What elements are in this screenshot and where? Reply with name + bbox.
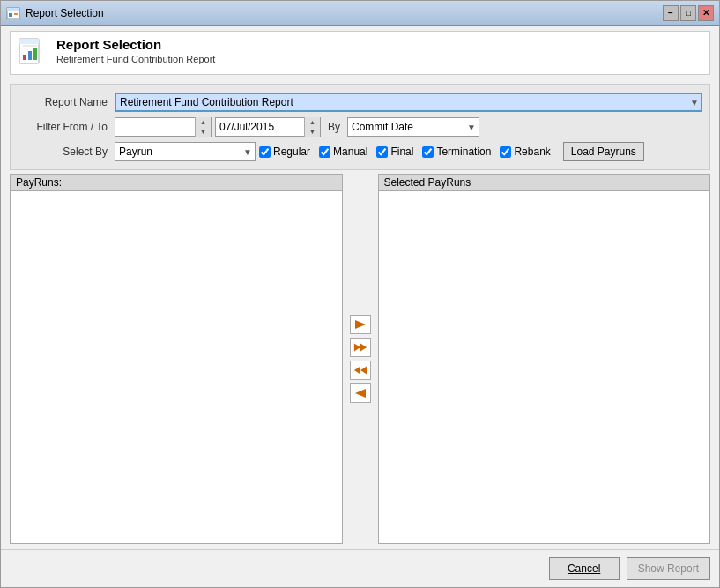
svg-marker-13 bbox=[360, 367, 367, 375]
add-one-button[interactable] bbox=[350, 315, 371, 334]
remove-one-button[interactable] bbox=[350, 383, 371, 403]
selected-payruns-panel: Selected PayRuns bbox=[378, 174, 711, 544]
checkbox-rebank-label: Rebank bbox=[514, 145, 550, 158]
from-date-spin: ▲ ▼ bbox=[195, 117, 211, 137]
arrow-controls bbox=[348, 174, 373, 544]
add-all-icon bbox=[353, 341, 367, 354]
report-name-wrapper: Retirement Fund Contribution Report bbox=[115, 93, 702, 112]
selected-payruns-header: Selected PayRuns bbox=[379, 175, 710, 191]
select-by-control: Payrun Period Regular Manual bbox=[115, 142, 702, 161]
title-bar-buttons: − □ ✕ bbox=[663, 5, 714, 21]
add-one-icon bbox=[353, 318, 367, 331]
payruns-section: PayRuns: bbox=[10, 174, 710, 544]
svg-marker-14 bbox=[353, 367, 360, 375]
from-date-wrapper: ▲ ▼ bbox=[115, 117, 212, 137]
header-text: Report Selection Retirement Fund Contrib… bbox=[56, 37, 215, 64]
to-date-wrapper: ▲ ▼ bbox=[215, 117, 321, 137]
by-select[interactable]: Commit Date Pay Date Period Date bbox=[347, 117, 479, 137]
header-title: Report Selection bbox=[56, 37, 215, 52]
report-name-row: Report Name Retirement Fund Contribution… bbox=[11, 90, 709, 115]
filter-control-area: ▲ ▼ ▲ ▼ By Com bbox=[115, 117, 702, 137]
remove-all-button[interactable] bbox=[350, 361, 371, 380]
to-date-up[interactable]: ▲ bbox=[305, 117, 320, 127]
load-payruns-button[interactable]: Load Payruns bbox=[563, 142, 644, 161]
select-by-select[interactable]: Payrun Period bbox=[115, 142, 256, 161]
from-date-down[interactable]: ▼ bbox=[196, 127, 211, 137]
svg-marker-11 bbox=[353, 344, 360, 352]
svg-marker-15 bbox=[355, 389, 366, 398]
title-bar-left: Report Selection bbox=[6, 6, 104, 20]
header-section: Report Selection Retirement Fund Contrib… bbox=[10, 31, 710, 75]
window-title: Report Selection bbox=[26, 7, 104, 19]
checkbox-termination-item: Termination bbox=[422, 145, 491, 158]
select-by-label: Select By bbox=[18, 145, 115, 158]
svg-rect-3 bbox=[14, 13, 18, 15]
svg-marker-10 bbox=[355, 320, 366, 329]
report-name-label: Report Name bbox=[18, 96, 115, 108]
checkbox-rebank[interactable] bbox=[500, 146, 511, 158]
main-window: Report Selection − □ ✕ Report Selection bbox=[0, 0, 720, 588]
payruns-body[interactable] bbox=[11, 191, 342, 543]
filter-from-to-row: Filter From / To ▲ ▼ ▲ bbox=[11, 115, 709, 139]
checkbox-termination-label: Termination bbox=[436, 145, 491, 158]
header-subtitle: Retirement Fund Contribution Report bbox=[56, 54, 215, 64]
selected-payruns-label: Selected PayRuns bbox=[384, 176, 471, 189]
close-button[interactable]: ✕ bbox=[698, 5, 714, 21]
show-report-button[interactable]: Show Report bbox=[627, 557, 710, 580]
checkbox-regular-label: Regular bbox=[273, 145, 310, 158]
checkbox-rebank-item: Rebank bbox=[500, 145, 550, 158]
payruns-panel: PayRuns: bbox=[10, 174, 343, 544]
filter-from-to-label: Filter From / To bbox=[18, 121, 115, 133]
svg-rect-7 bbox=[28, 51, 32, 60]
checkbox-final-label: Final bbox=[390, 145, 413, 158]
to-date-spin: ▲ ▼ bbox=[304, 117, 320, 137]
remove-one-icon bbox=[353, 387, 367, 399]
cancel-button[interactable]: Cancel bbox=[549, 557, 620, 580]
main-area: Report Selection Retirement Fund Contrib… bbox=[1, 26, 719, 549]
by-label: By bbox=[324, 121, 344, 133]
from-date-up[interactable]: ▲ bbox=[196, 117, 211, 127]
svg-rect-6 bbox=[23, 55, 26, 60]
checkbox-termination[interactable] bbox=[422, 146, 434, 158]
selected-payruns-body[interactable] bbox=[379, 191, 710, 543]
checkbox-group: Regular Manual Final Termination bbox=[259, 142, 644, 161]
svg-marker-12 bbox=[360, 344, 367, 352]
svg-rect-5 bbox=[19, 39, 39, 44]
checkbox-regular-item: Regular bbox=[259, 145, 310, 158]
minimize-button[interactable]: − bbox=[663, 5, 679, 21]
checkbox-manual[interactable] bbox=[319, 146, 330, 158]
footer: Cancel Show Report bbox=[1, 549, 719, 587]
report-name-select[interactable]: Retirement Fund Contribution Report bbox=[115, 93, 702, 112]
svg-rect-8 bbox=[33, 48, 37, 60]
maximize-button[interactable]: □ bbox=[680, 5, 696, 21]
svg-rect-2 bbox=[9, 13, 12, 17]
by-select-wrapper: Commit Date Pay Date Period Date bbox=[347, 117, 479, 137]
title-bar: Report Selection − □ ✕ bbox=[1, 1, 719, 26]
report-icon bbox=[16, 37, 48, 69]
report-name-control: Retirement Fund Contribution Report bbox=[115, 93, 702, 112]
payruns-header-label: PayRuns: bbox=[16, 176, 62, 189]
select-by-wrapper: Payrun Period bbox=[115, 142, 256, 161]
to-date-down[interactable]: ▼ bbox=[305, 127, 320, 137]
form-section: Report Name Retirement Fund Contribution… bbox=[10, 84, 710, 170]
window-icon bbox=[6, 6, 20, 20]
checkbox-final-item: Final bbox=[376, 145, 413, 158]
checkbox-manual-item: Manual bbox=[319, 145, 367, 158]
svg-rect-1 bbox=[7, 8, 19, 11]
checkbox-final[interactable] bbox=[376, 146, 388, 158]
remove-all-icon bbox=[353, 364, 367, 376]
checkbox-regular[interactable] bbox=[259, 146, 271, 158]
payruns-header: PayRuns: bbox=[11, 175, 342, 191]
select-by-row: Select By Payrun Period Regular bbox=[11, 139, 709, 164]
checkbox-manual-label: Manual bbox=[333, 145, 367, 158]
add-all-button[interactable] bbox=[350, 338, 371, 357]
